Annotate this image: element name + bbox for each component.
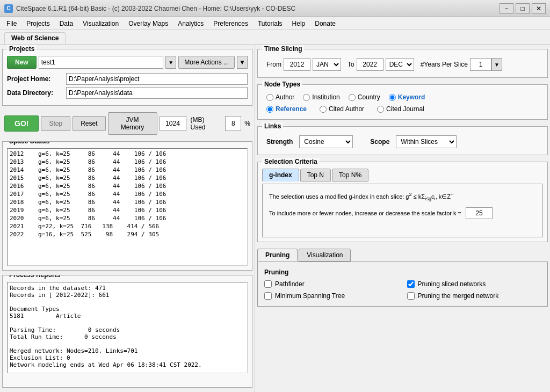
- project-dropdown-button[interactable]: ▼: [165, 56, 176, 69]
- pruning-sliced-checkbox[interactable]: [407, 280, 415, 288]
- menu-overlay-maps[interactable]: Overlay Maps: [124, 19, 172, 28]
- controls-row: GO! Stop Reset JVM Memory 1024 (MB) Used…: [2, 110, 252, 137]
- keyword-label: Keyword: [398, 93, 425, 101]
- window-title: CiteSpace 6.1.R1 (64-bit) Basic - (c) 20…: [16, 5, 295, 12]
- scope-label: Scope: [370, 138, 389, 146]
- author-radio-item[interactable]: Author: [266, 93, 294, 101]
- pruning-merged-checkbox[interactable]: [407, 292, 415, 300]
- pathfinder-label: Pathfinder: [275, 280, 305, 288]
- min-span-tree-label: Minimum Spanning Tree: [275, 292, 345, 300]
- country-radio-item[interactable]: Country: [349, 93, 380, 101]
- reference-radio[interactable]: [266, 106, 273, 113]
- maximize-button[interactable]: □: [516, 3, 530, 14]
- tab-visualization[interactable]: Visualization: [299, 249, 351, 262]
- country-label: Country: [358, 93, 380, 101]
- scope-select[interactable]: Within Slices Between Slices: [396, 135, 457, 148]
- menu-preferences[interactable]: Preferences: [209, 19, 252, 28]
- keyword-radio-item[interactable]: Keyword: [389, 93, 425, 101]
- cited-author-radio-item[interactable]: Cited Author: [320, 105, 364, 113]
- pruning-grid: Pathfinder Pruning sliced networks Minim…: [264, 280, 541, 300]
- data-dir-input[interactable]: [66, 87, 248, 99]
- report-line: Parsing Time: 0 seconds: [10, 326, 245, 333]
- project-home-label: Project Home:: [7, 75, 66, 83]
- menu-data[interactable]: Data: [55, 19, 77, 28]
- minimize-button[interactable]: −: [500, 3, 513, 14]
- tab-top-n-pct[interactable]: Top N%: [332, 169, 368, 182]
- tab-top-n[interactable]: Top N: [300, 169, 331, 182]
- jvm-memory-value: 1024: [160, 116, 186, 131]
- cited-journal-radio-item[interactable]: Cited Journal: [377, 105, 424, 113]
- institution-radio-item[interactable]: Institution: [303, 93, 339, 101]
- project-home-input[interactable]: [66, 73, 248, 85]
- menu-bar: File Projects Data Visualization Overlay…: [0, 17, 550, 30]
- process-reports-group: Process Reports Records in the dataset: …: [2, 275, 252, 388]
- keyword-radio[interactable]: [389, 94, 396, 101]
- k-value-input[interactable]: [466, 207, 493, 219]
- reset-button[interactable]: Reset: [73, 116, 105, 131]
- cited-journal-label: Cited Journal: [386, 105, 424, 113]
- country-radio[interactable]: [349, 94, 356, 101]
- menu-visualization[interactable]: Visualization: [78, 19, 123, 28]
- menu-tutorials[interactable]: Tutorials: [254, 19, 287, 28]
- cited-author-radio[interactable]: [320, 106, 327, 113]
- report-line: Records in [ 2012-2022]: 661: [10, 292, 245, 299]
- report-line: 5181 Article: [10, 313, 245, 320]
- pathfinder-item: Pathfinder: [264, 280, 399, 288]
- tab-pruning[interactable]: Pruning: [257, 249, 298, 262]
- space-status-scroll[interactable]: 2012 g=6, k=25 86 44 106 / 106 2013 g=6,…: [7, 148, 248, 266]
- project-name-input[interactable]: [39, 56, 164, 69]
- from-month-select[interactable]: JANFEBMARAPR MAYJUNJULAUG SEPOCTNOVDEC: [313, 58, 341, 71]
- stop-button[interactable]: Stop: [41, 116, 70, 131]
- node-types-title: Node Types: [262, 81, 302, 88]
- pathfinder-checkbox[interactable]: [264, 280, 272, 288]
- menu-projects[interactable]: Projects: [22, 19, 54, 28]
- to-month-select[interactable]: JANFEBMARAPR MAYJUNJULAUG SEPOCTNOVDEC: [386, 58, 414, 71]
- pruning-viz-tabs: Pruning Visualization: [257, 249, 548, 262]
- space-status-group: Space Status 2012 g=6, k=25 86 44 106 / …: [2, 141, 252, 271]
- mb-used-label: (MB) Used: [189, 116, 223, 131]
- menu-help[interactable]: Help: [288, 19, 310, 28]
- node-types-row1: Author Institution Country Keyword: [262, 91, 543, 103]
- years-per-slice-dropdown[interactable]: ▼: [491, 58, 502, 71]
- min-span-tree-checkbox[interactable]: [264, 292, 272, 300]
- tab-g-index[interactable]: g-index: [262, 169, 299, 182]
- process-reports-title: Process Reports: [7, 275, 62, 279]
- process-reports-scroll[interactable]: Records in the dataset: 471 Records in […: [7, 282, 248, 373]
- links-row: Strength Cosine Pearson Dice Scope Withi…: [262, 133, 543, 150]
- reference-radio-item[interactable]: Reference: [266, 105, 307, 113]
- strength-select[interactable]: Cosine Pearson Dice: [299, 135, 353, 148]
- links-title: Links: [262, 122, 283, 130]
- from-year-input[interactable]: [284, 58, 310, 71]
- menu-analytics[interactable]: Analytics: [173, 19, 208, 28]
- sc-k-row: To include more or fewer nodes, increase…: [269, 207, 536, 219]
- pruning-sliced-label: Pruning sliced networks: [418, 280, 486, 288]
- go-button[interactable]: GO!: [4, 115, 39, 132]
- space-row: 2019 g=6, k=25 86 44 106 / 106: [9, 206, 246, 214]
- space-row: 2012 g=6, k=25 86 44 106 / 106: [9, 150, 246, 158]
- cited-journal-radio[interactable]: [377, 106, 384, 113]
- selection-criteria-content: The selection uses a modified g-index in…: [262, 184, 543, 237]
- more-actions-button[interactable]: More Actions ...: [178, 56, 235, 69]
- space-status-title: Space Status: [7, 141, 52, 145]
- pruning-merged-label: Pruning the merged network: [418, 292, 499, 300]
- author-radio[interactable]: [266, 94, 273, 101]
- new-project-button[interactable]: New: [7, 56, 37, 69]
- menu-file[interactable]: File: [2, 19, 21, 28]
- tab-web-of-science[interactable]: Web of Science: [4, 32, 66, 44]
- space-row: 2017 g=6, k=25 86 44 106 / 106: [9, 190, 246, 198]
- pruning-title: Pruning: [264, 268, 541, 276]
- close-button[interactable]: ✕: [532, 3, 546, 14]
- to-label: To: [348, 61, 354, 68]
- menu-donate[interactable]: Donate: [310, 19, 340, 28]
- from-label: From: [266, 61, 281, 68]
- tab-bar: Web of Science: [0, 30, 550, 45]
- years-per-slice-input[interactable]: [470, 58, 491, 71]
- space-row: 2022 g=16, k=25 525 98 294 / 305: [9, 230, 246, 238]
- jvm-memory-button[interactable]: JVM Memory: [108, 112, 157, 135]
- projects-group: Projects New ▼ More Actions ... ▼ Projec…: [2, 49, 252, 106]
- to-year-input[interactable]: [357, 58, 383, 71]
- memory-percent-value: 8: [225, 116, 241, 131]
- more-actions-dropdown-button[interactable]: ▼: [237, 56, 248, 69]
- institution-radio[interactable]: [303, 94, 310, 101]
- space-row: 2021 g=22, k=25 716 138 414 / 566: [9, 222, 246, 230]
